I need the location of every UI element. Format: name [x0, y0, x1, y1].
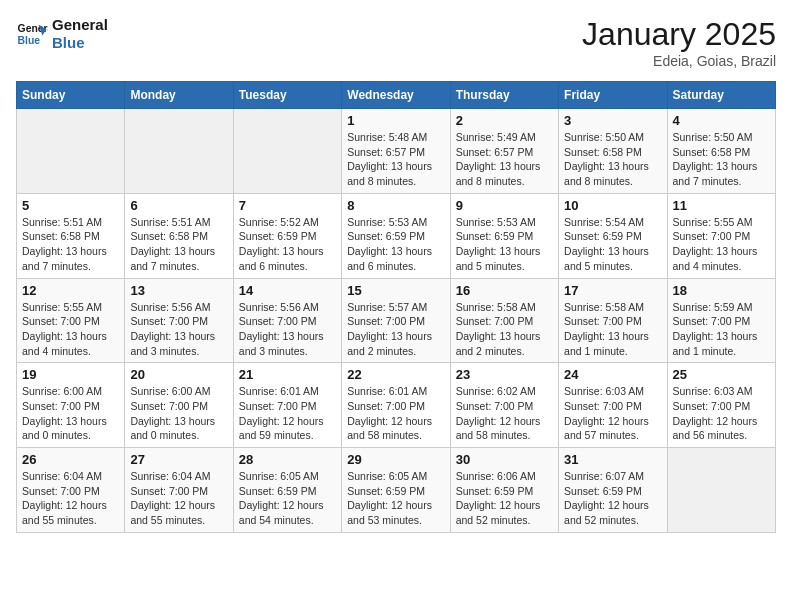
day-number: 18 [673, 283, 770, 298]
day-number: 10 [564, 198, 661, 213]
day-number: 25 [673, 367, 770, 382]
day-info: Sunrise: 5:52 AM Sunset: 6:59 PM Dayligh… [239, 215, 336, 274]
calendar-week-row: 12Sunrise: 5:55 AM Sunset: 7:00 PM Dayli… [17, 278, 776, 363]
day-header-saturday: Saturday [667, 82, 775, 109]
day-info: Sunrise: 5:55 AM Sunset: 7:00 PM Dayligh… [673, 215, 770, 274]
day-info: Sunrise: 6:02 AM Sunset: 7:00 PM Dayligh… [456, 384, 553, 443]
day-info: Sunrise: 5:49 AM Sunset: 6:57 PM Dayligh… [456, 130, 553, 189]
day-info: Sunrise: 6:03 AM Sunset: 7:00 PM Dayligh… [564, 384, 661, 443]
day-number: 17 [564, 283, 661, 298]
title-block: January 2025 Edeia, Goias, Brazil [582, 16, 776, 69]
calendar-cell [233, 109, 341, 194]
calendar-cell: 20Sunrise: 6:00 AM Sunset: 7:00 PM Dayli… [125, 363, 233, 448]
day-info: Sunrise: 6:00 AM Sunset: 7:00 PM Dayligh… [22, 384, 119, 443]
day-number: 30 [456, 452, 553, 467]
day-info: Sunrise: 5:53 AM Sunset: 6:59 PM Dayligh… [347, 215, 444, 274]
svg-text:Blue: Blue [18, 35, 41, 46]
calendar-cell: 3Sunrise: 5:50 AM Sunset: 6:58 PM Daylig… [559, 109, 667, 194]
day-header-tuesday: Tuesday [233, 82, 341, 109]
day-number: 9 [456, 198, 553, 213]
calendar-cell: 14Sunrise: 5:56 AM Sunset: 7:00 PM Dayli… [233, 278, 341, 363]
day-info: Sunrise: 5:51 AM Sunset: 6:58 PM Dayligh… [130, 215, 227, 274]
calendar-cell: 5Sunrise: 5:51 AM Sunset: 6:58 PM Daylig… [17, 193, 125, 278]
calendar-cell: 31Sunrise: 6:07 AM Sunset: 6:59 PM Dayli… [559, 448, 667, 533]
calendar-cell [667, 448, 775, 533]
day-header-wednesday: Wednesday [342, 82, 450, 109]
day-info: Sunrise: 5:48 AM Sunset: 6:57 PM Dayligh… [347, 130, 444, 189]
day-info: Sunrise: 6:04 AM Sunset: 7:00 PM Dayligh… [130, 469, 227, 528]
day-info: Sunrise: 5:53 AM Sunset: 6:59 PM Dayligh… [456, 215, 553, 274]
day-number: 3 [564, 113, 661, 128]
calendar-cell: 18Sunrise: 5:59 AM Sunset: 7:00 PM Dayli… [667, 278, 775, 363]
day-info: Sunrise: 5:59 AM Sunset: 7:00 PM Dayligh… [673, 300, 770, 359]
day-number: 22 [347, 367, 444, 382]
calendar-cell: 9Sunrise: 5:53 AM Sunset: 6:59 PM Daylig… [450, 193, 558, 278]
day-number: 12 [22, 283, 119, 298]
day-info: Sunrise: 6:04 AM Sunset: 7:00 PM Dayligh… [22, 469, 119, 528]
calendar-cell: 4Sunrise: 5:50 AM Sunset: 6:58 PM Daylig… [667, 109, 775, 194]
day-number: 13 [130, 283, 227, 298]
month-title: January 2025 [582, 16, 776, 53]
day-number: 15 [347, 283, 444, 298]
calendar-cell: 23Sunrise: 6:02 AM Sunset: 7:00 PM Dayli… [450, 363, 558, 448]
calendar-week-row: 1Sunrise: 5:48 AM Sunset: 6:57 PM Daylig… [17, 109, 776, 194]
calendar-cell: 25Sunrise: 6:03 AM Sunset: 7:00 PM Dayli… [667, 363, 775, 448]
day-number: 5 [22, 198, 119, 213]
day-info: Sunrise: 5:50 AM Sunset: 6:58 PM Dayligh… [673, 130, 770, 189]
calendar-cell: 16Sunrise: 5:58 AM Sunset: 7:00 PM Dayli… [450, 278, 558, 363]
day-info: Sunrise: 5:55 AM Sunset: 7:00 PM Dayligh… [22, 300, 119, 359]
calendar-cell: 15Sunrise: 5:57 AM Sunset: 7:00 PM Dayli… [342, 278, 450, 363]
day-info: Sunrise: 6:05 AM Sunset: 6:59 PM Dayligh… [347, 469, 444, 528]
day-info: Sunrise: 6:00 AM Sunset: 7:00 PM Dayligh… [130, 384, 227, 443]
day-number: 2 [456, 113, 553, 128]
calendar-cell: 11Sunrise: 5:55 AM Sunset: 7:00 PM Dayli… [667, 193, 775, 278]
day-number: 28 [239, 452, 336, 467]
day-header-thursday: Thursday [450, 82, 558, 109]
day-number: 23 [456, 367, 553, 382]
day-number: 24 [564, 367, 661, 382]
calendar-week-row: 26Sunrise: 6:04 AM Sunset: 7:00 PM Dayli… [17, 448, 776, 533]
day-info: Sunrise: 5:54 AM Sunset: 6:59 PM Dayligh… [564, 215, 661, 274]
day-number: 6 [130, 198, 227, 213]
calendar-cell: 6Sunrise: 5:51 AM Sunset: 6:58 PM Daylig… [125, 193, 233, 278]
day-info: Sunrise: 6:07 AM Sunset: 6:59 PM Dayligh… [564, 469, 661, 528]
day-info: Sunrise: 5:50 AM Sunset: 6:58 PM Dayligh… [564, 130, 661, 189]
calendar-cell: 2Sunrise: 5:49 AM Sunset: 6:57 PM Daylig… [450, 109, 558, 194]
day-header-sunday: Sunday [17, 82, 125, 109]
calendar-cell: 24Sunrise: 6:03 AM Sunset: 7:00 PM Dayli… [559, 363, 667, 448]
calendar-cell: 22Sunrise: 6:01 AM Sunset: 7:00 PM Dayli… [342, 363, 450, 448]
calendar-cell: 29Sunrise: 6:05 AM Sunset: 6:59 PM Dayli… [342, 448, 450, 533]
calendar-cell: 8Sunrise: 5:53 AM Sunset: 6:59 PM Daylig… [342, 193, 450, 278]
day-header-friday: Friday [559, 82, 667, 109]
day-info: Sunrise: 5:58 AM Sunset: 7:00 PM Dayligh… [456, 300, 553, 359]
day-number: 27 [130, 452, 227, 467]
calendar-cell: 21Sunrise: 6:01 AM Sunset: 7:00 PM Dayli… [233, 363, 341, 448]
calendar-week-row: 5Sunrise: 5:51 AM Sunset: 6:58 PM Daylig… [17, 193, 776, 278]
day-info: Sunrise: 6:05 AM Sunset: 6:59 PM Dayligh… [239, 469, 336, 528]
calendar-cell: 7Sunrise: 5:52 AM Sunset: 6:59 PM Daylig… [233, 193, 341, 278]
calendar-cell [17, 109, 125, 194]
day-info: Sunrise: 5:58 AM Sunset: 7:00 PM Dayligh… [564, 300, 661, 359]
day-info: Sunrise: 6:06 AM Sunset: 6:59 PM Dayligh… [456, 469, 553, 528]
day-number: 4 [673, 113, 770, 128]
calendar-week-row: 19Sunrise: 6:00 AM Sunset: 7:00 PM Dayli… [17, 363, 776, 448]
day-number: 29 [347, 452, 444, 467]
calendar-cell [125, 109, 233, 194]
day-info: Sunrise: 6:01 AM Sunset: 7:00 PM Dayligh… [347, 384, 444, 443]
logo-icon: General Blue [16, 18, 48, 50]
day-info: Sunrise: 5:51 AM Sunset: 6:58 PM Dayligh… [22, 215, 119, 274]
calendar-cell: 27Sunrise: 6:04 AM Sunset: 7:00 PM Dayli… [125, 448, 233, 533]
day-number: 14 [239, 283, 336, 298]
calendar-table: SundayMondayTuesdayWednesdayThursdayFrid… [16, 81, 776, 533]
day-info: Sunrise: 6:03 AM Sunset: 7:00 PM Dayligh… [673, 384, 770, 443]
calendar-cell: 26Sunrise: 6:04 AM Sunset: 7:00 PM Dayli… [17, 448, 125, 533]
day-number: 8 [347, 198, 444, 213]
day-info: Sunrise: 5:57 AM Sunset: 7:00 PM Dayligh… [347, 300, 444, 359]
calendar-cell: 13Sunrise: 5:56 AM Sunset: 7:00 PM Dayli… [125, 278, 233, 363]
day-number: 7 [239, 198, 336, 213]
calendar-cell: 12Sunrise: 5:55 AM Sunset: 7:00 PM Dayli… [17, 278, 125, 363]
logo-text-blue: Blue [52, 34, 108, 52]
day-info: Sunrise: 6:01 AM Sunset: 7:00 PM Dayligh… [239, 384, 336, 443]
logo-text-general: General [52, 16, 108, 34]
page-header: General Blue General Blue January 2025 E… [16, 16, 776, 69]
